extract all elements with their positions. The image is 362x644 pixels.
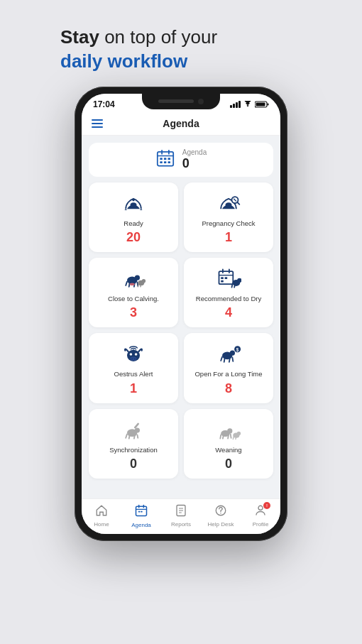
svg-point-62 (220, 513, 221, 514)
svg-point-22 (142, 279, 146, 283)
svg-point-63 (258, 506, 263, 510)
card-recommended-to-dry[interactable]: Recommended to Dry 4 (184, 258, 273, 327)
headline-blue: daily workflow (60, 50, 302, 74)
svg-point-45 (135, 427, 140, 432)
helpdesk-icon (214, 504, 227, 517)
svg-rect-1 (268, 103, 269, 105)
svg-text:$: $ (236, 347, 239, 353)
app-header: Agenda (82, 112, 280, 136)
close-to-calving-icon (121, 266, 146, 292)
reports-icon-wrap (175, 504, 187, 520)
app-header-title: Agenda (163, 118, 199, 129)
ready-label: Ready (124, 219, 143, 227)
profile-nav-label: Profile (253, 521, 269, 528)
nav-reports[interactable]: Reports (165, 504, 197, 528)
synchronization-icon (121, 417, 146, 443)
card-ready[interactable]: Ready 20 (89, 182, 178, 252)
oestrus-alert-icon (121, 342, 146, 367)
svg-point-41 (230, 351, 235, 356)
svg-rect-2 (256, 102, 265, 106)
svg-point-35 (135, 354, 138, 356)
card-close-to-calving[interactable]: Close to Calving. 3 (89, 258, 178, 327)
synchronization-count: 0 (130, 457, 137, 471)
agenda-nav-icon (134, 503, 148, 518)
oestrus-alert-label: Oestrus Alert (114, 370, 153, 378)
hamburger-line-3 (92, 126, 103, 128)
ready-icon (121, 191, 146, 217)
agenda-count: 0 (182, 156, 190, 171)
wifi-icon (243, 101, 252, 108)
svg-point-34 (130, 354, 133, 356)
reports-icon (175, 504, 187, 517)
svg-rect-9 (168, 158, 170, 160)
weaning-icon (216, 417, 241, 443)
status-icons (230, 101, 269, 108)
svg-point-14 (132, 198, 135, 201)
svg-rect-8 (164, 158, 167, 160)
status-time: 17:04 (93, 99, 115, 109)
agenda-info: Agenda 0 (182, 148, 207, 171)
phone-shell: 17:04 (75, 87, 287, 541)
ready-count: 20 (126, 230, 141, 245)
phone-screen: 17:04 (82, 94, 280, 534)
svg-rect-55 (138, 511, 141, 512)
card-pregnancy-check[interactable]: Pregnancy Check 1 (184, 182, 273, 252)
open-for-long-time-count: 8 (225, 381, 232, 396)
agenda-calendar-icon (155, 148, 175, 171)
profile-icon-wrap: ! (254, 504, 267, 520)
nav-profile[interactable]: ! Profile (245, 504, 276, 528)
svg-rect-11 (164, 161, 167, 163)
recommended-to-dry-icon (216, 266, 241, 292)
svg-point-23 (130, 283, 135, 285)
hamburger-menu[interactable] (92, 119, 103, 128)
headline: Stay on top of your daily workflow (60, 26, 302, 74)
svg-line-17 (238, 202, 240, 204)
agenda-nav-icon-wrap (134, 503, 148, 520)
svg-point-48 (227, 428, 232, 433)
home-icon (95, 504, 108, 517)
svg-point-50 (237, 432, 241, 435)
recommended-to-dry-count: 4 (225, 305, 232, 320)
recommended-to-dry-label: Recommended to Dry (196, 295, 261, 302)
open-for-long-time-icon: $ (216, 342, 241, 367)
headline-bold: Stay (60, 26, 99, 48)
home-nav-label: Home (94, 521, 109, 528)
oestrus-alert-count: 1 (130, 381, 137, 396)
svg-rect-12 (168, 161, 170, 163)
agenda-summary-card: Agenda 0 (89, 143, 273, 177)
pregnancy-check-count: 1 (225, 230, 232, 245)
card-oestrus-alert[interactable]: Oestrus Alert 1 (89, 333, 178, 403)
open-for-long-time-label: Open For a Long Time (194, 370, 262, 378)
synchronization-label: Synchronization (109, 446, 158, 454)
notch-speaker (158, 99, 194, 103)
svg-rect-29 (225, 277, 228, 279)
notch-camera (198, 99, 204, 104)
nav-agenda[interactable]: Agenda (126, 503, 157, 528)
profile-badge: ! (263, 502, 270, 509)
svg-point-38 (134, 359, 136, 360)
home-icon-wrap (95, 504, 108, 520)
pregnancy-check-icon (216, 191, 241, 217)
bottom-nav: Home Agenda (82, 498, 280, 534)
svg-point-37 (131, 359, 133, 360)
helpdesk-icon-wrap (214, 504, 227, 520)
svg-rect-30 (221, 280, 224, 283)
pregnancy-check-label: Pregnancy Check (202, 219, 256, 227)
cards-grid: Ready 20 (89, 182, 273, 479)
close-to-calving-count: 3 (130, 305, 137, 320)
close-to-calving-label: Close to Calving. (108, 295, 159, 302)
card-open-for-long-time[interactable]: $ Open For a Long Time 8 (184, 333, 273, 403)
agenda-nav-label: Agenda (131, 522, 151, 528)
phone-notch (142, 94, 220, 109)
hamburger-line-1 (92, 119, 103, 121)
svg-rect-56 (141, 511, 143, 512)
helpdesk-nav-label: Help Desk (208, 521, 234, 528)
reports-nav-label: Reports (171, 521, 191, 528)
svg-point-39 (133, 350, 135, 352)
svg-rect-7 (160, 158, 163, 160)
nav-home[interactable]: Home (86, 504, 117, 528)
card-weaning[interactable]: Weaning 0 (184, 409, 273, 479)
svg-rect-10 (160, 161, 163, 163)
card-synchronization[interactable]: Synchronization 0 (89, 409, 178, 479)
nav-helpdesk[interactable]: Help Desk (205, 504, 236, 528)
